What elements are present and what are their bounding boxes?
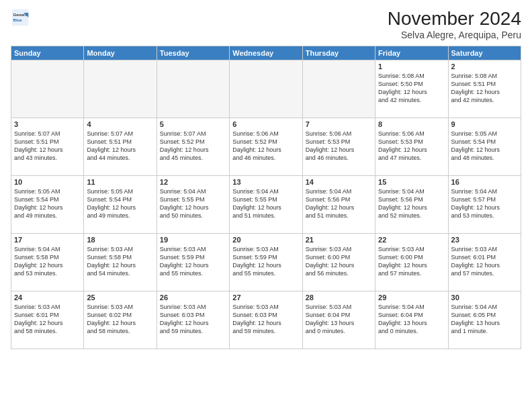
day-info: Sunrise: 5:04 AM Sunset: 5:56 PM Dayligh… [306, 187, 372, 220]
day-number: 28 [306, 293, 372, 302]
calendar-cell: 11Sunrise: 5:05 AM Sunset: 5:54 PM Dayli… [84, 176, 157, 234]
day-number: 12 [160, 178, 226, 186]
calendar-cell: 22Sunrise: 5:03 AM Sunset: 6:00 PM Dayli… [375, 234, 448, 291]
day-info: Sunrise: 5:05 AM Sunset: 5:54 PM Dayligh… [451, 130, 518, 163]
calendar-cell: 26Sunrise: 5:03 AM Sunset: 6:03 PM Dayli… [157, 291, 229, 349]
day-number: 24 [14, 293, 81, 302]
calendar-cell: 4Sunrise: 5:07 AM Sunset: 5:51 PM Daylig… [84, 118, 157, 176]
calendar-cell [11, 60, 84, 118]
day-number: 3 [14, 120, 81, 128]
calendar-cell: 8Sunrise: 5:06 AM Sunset: 5:53 PM Daylig… [375, 118, 448, 176]
day-info: Sunrise: 5:04 AM Sunset: 5:58 PM Dayligh… [14, 245, 81, 278]
day-info: Sunrise: 5:07 AM Sunset: 5:51 PM Dayligh… [87, 130, 153, 163]
calendar-cell: 7Sunrise: 5:06 AM Sunset: 5:53 PM Daylig… [302, 118, 375, 176]
day-info: Sunrise: 5:04 AM Sunset: 5:56 PM Dayligh… [378, 187, 445, 220]
weekday-header-wednesday: Wednesday [230, 46, 302, 60]
svg-text:Blue: Blue [13, 17, 23, 22]
week-row-2: 3Sunrise: 5:07 AM Sunset: 5:51 PM Daylig… [11, 118, 521, 176]
day-info: Sunrise: 5:03 AM Sunset: 6:03 PM Dayligh… [232, 303, 299, 336]
calendar-cell [230, 60, 302, 118]
calendar-cell: 27Sunrise: 5:03 AM Sunset: 6:03 PM Dayli… [230, 291, 302, 349]
title-block: November 2024 Selva Alegre, Arequipa, Pe… [388, 8, 521, 40]
calendar-cell [84, 60, 157, 118]
day-info: Sunrise: 5:03 AM Sunset: 6:00 PM Dayligh… [378, 245, 445, 278]
day-number: 22 [378, 236, 445, 244]
calendar-cell: 2Sunrise: 5:08 AM Sunset: 5:51 PM Daylig… [448, 60, 521, 118]
logo: General Blue [11, 8, 30, 27]
day-number: 13 [232, 178, 299, 186]
calendar-cell: 29Sunrise: 5:04 AM Sunset: 6:04 PM Dayli… [375, 291, 448, 349]
day-info: Sunrise: 5:04 AM Sunset: 5:55 PM Dayligh… [160, 187, 226, 220]
calendar-cell: 5Sunrise: 5:07 AM Sunset: 5:52 PM Daylig… [157, 118, 229, 176]
day-number: 7 [306, 120, 372, 128]
day-info: Sunrise: 5:03 AM Sunset: 6:03 PM Dayligh… [160, 303, 226, 336]
day-number: 19 [160, 236, 226, 244]
weekday-header-monday: Monday [84, 46, 157, 60]
day-number: 10 [14, 178, 81, 186]
day-info: Sunrise: 5:04 AM Sunset: 6:05 PM Dayligh… [451, 303, 518, 336]
day-info: Sunrise: 5:06 AM Sunset: 5:53 PM Dayligh… [306, 130, 372, 163]
calendar-header-row: SundayMondayTuesdayWednesdayThursdayFrid… [11, 46, 521, 60]
week-row-3: 10Sunrise: 5:05 AM Sunset: 5:54 PM Dayli… [11, 176, 521, 234]
weekday-header-sunday: Sunday [11, 46, 84, 60]
day-number: 20 [232, 236, 299, 244]
weekday-header-saturday: Saturday [448, 46, 521, 60]
day-number: 8 [378, 120, 445, 128]
day-number: 2 [451, 62, 518, 71]
day-number: 6 [232, 120, 299, 128]
day-info: Sunrise: 5:06 AM Sunset: 5:53 PM Dayligh… [378, 130, 445, 163]
week-row-5: 24Sunrise: 5:03 AM Sunset: 6:01 PM Dayli… [11, 291, 521, 349]
day-info: Sunrise: 5:05 AM Sunset: 5:54 PM Dayligh… [14, 187, 81, 220]
day-number: 4 [87, 120, 153, 128]
day-info: Sunrise: 5:03 AM Sunset: 5:58 PM Dayligh… [87, 245, 153, 278]
day-info: Sunrise: 5:07 AM Sunset: 5:52 PM Dayligh… [160, 130, 226, 163]
day-info: Sunrise: 5:08 AM Sunset: 5:50 PM Dayligh… [378, 72, 445, 105]
weekday-header-thursday: Thursday [302, 46, 375, 60]
calendar-cell [157, 60, 229, 118]
calendar-cell: 14Sunrise: 5:04 AM Sunset: 5:56 PM Dayli… [302, 176, 375, 234]
calendar-cell: 19Sunrise: 5:03 AM Sunset: 5:59 PM Dayli… [157, 234, 229, 291]
page: General Blue November 2024 Selva Alegre,… [0, 0, 532, 411]
calendar-cell: 25Sunrise: 5:03 AM Sunset: 6:02 PM Dayli… [84, 291, 157, 349]
day-info: Sunrise: 5:03 AM Sunset: 5:59 PM Dayligh… [232, 245, 299, 278]
calendar-cell: 23Sunrise: 5:03 AM Sunset: 6:01 PM Dayli… [448, 234, 521, 291]
day-number: 23 [451, 236, 518, 244]
day-number: 5 [160, 120, 226, 128]
day-number: 16 [451, 178, 518, 186]
calendar-table: SundayMondayTuesdayWednesdayThursdayFrid… [11, 46, 521, 349]
calendar-cell: 28Sunrise: 5:03 AM Sunset: 6:04 PM Dayli… [302, 291, 375, 349]
calendar-cell: 1Sunrise: 5:08 AM Sunset: 5:50 PM Daylig… [375, 60, 448, 118]
week-row-1: 1Sunrise: 5:08 AM Sunset: 5:50 PM Daylig… [11, 60, 521, 118]
day-number: 30 [451, 293, 518, 302]
day-number: 21 [306, 236, 372, 244]
calendar-cell: 21Sunrise: 5:03 AM Sunset: 6:00 PM Dayli… [302, 234, 375, 291]
calendar-cell: 16Sunrise: 5:04 AM Sunset: 5:57 PM Dayli… [448, 176, 521, 234]
day-info: Sunrise: 5:03 AM Sunset: 5:59 PM Dayligh… [160, 245, 226, 278]
calendar-cell [302, 60, 375, 118]
calendar-cell: 20Sunrise: 5:03 AM Sunset: 5:59 PM Dayli… [230, 234, 302, 291]
day-number: 17 [14, 236, 81, 244]
day-info: Sunrise: 5:06 AM Sunset: 5:52 PM Dayligh… [232, 130, 299, 163]
calendar-cell: 17Sunrise: 5:04 AM Sunset: 5:58 PM Dayli… [11, 234, 84, 291]
month-title: November 2024 [388, 8, 521, 30]
calendar-cell: 12Sunrise: 5:04 AM Sunset: 5:55 PM Dayli… [157, 176, 229, 234]
location-title: Selva Alegre, Arequipa, Peru [388, 30, 521, 40]
day-number: 11 [87, 178, 153, 186]
day-info: Sunrise: 5:07 AM Sunset: 5:51 PM Dayligh… [14, 130, 81, 163]
day-info: Sunrise: 5:05 AM Sunset: 5:54 PM Dayligh… [87, 187, 153, 220]
day-number: 14 [306, 178, 372, 186]
calendar-cell: 10Sunrise: 5:05 AM Sunset: 5:54 PM Dayli… [11, 176, 84, 234]
day-number: 18 [87, 236, 153, 244]
calendar-cell: 6Sunrise: 5:06 AM Sunset: 5:52 PM Daylig… [230, 118, 302, 176]
calendar-cell: 18Sunrise: 5:03 AM Sunset: 5:58 PM Dayli… [84, 234, 157, 291]
header: General Blue November 2024 Selva Alegre,… [11, 8, 521, 40]
day-info: Sunrise: 5:03 AM Sunset: 6:02 PM Dayligh… [87, 303, 153, 336]
day-number: 26 [160, 293, 226, 302]
calendar-cell: 9Sunrise: 5:05 AM Sunset: 5:54 PM Daylig… [448, 118, 521, 176]
day-info: Sunrise: 5:03 AM Sunset: 6:01 PM Dayligh… [14, 303, 81, 336]
day-info: Sunrise: 5:08 AM Sunset: 5:51 PM Dayligh… [451, 72, 518, 105]
weekday-header-friday: Friday [375, 46, 448, 60]
weekday-header-tuesday: Tuesday [157, 46, 229, 60]
calendar-cell: 3Sunrise: 5:07 AM Sunset: 5:51 PM Daylig… [11, 118, 84, 176]
calendar-cell: 24Sunrise: 5:03 AM Sunset: 6:01 PM Dayli… [11, 291, 84, 349]
